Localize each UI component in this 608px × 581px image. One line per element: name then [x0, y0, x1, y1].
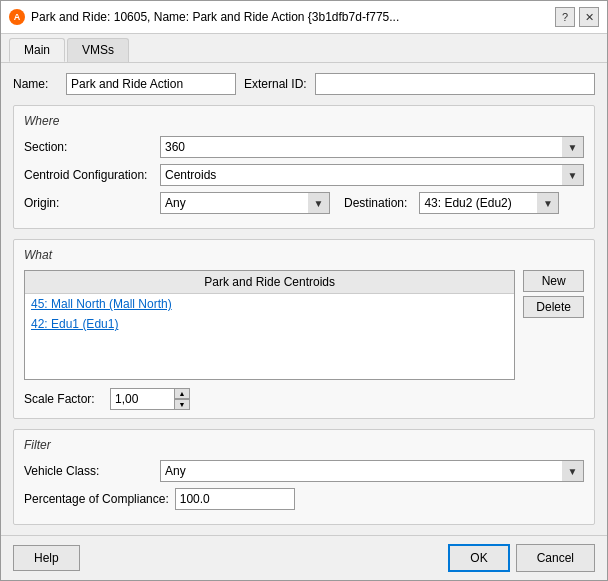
origin-label: Origin:: [24, 196, 154, 210]
spin-buttons: ▲ ▼: [174, 388, 190, 410]
section-label: Section:: [24, 140, 154, 154]
scale-label: Scale Factor:: [24, 392, 104, 406]
vehicle-row: Vehicle Class: Any ▼: [24, 460, 584, 482]
app-icon: A: [9, 9, 25, 25]
main-window: A Park and Ride: 10605, Name: Park and R…: [0, 0, 608, 581]
ok-button[interactable]: OK: [448, 544, 509, 572]
window-controls: ? ✕: [555, 7, 599, 27]
where-title: Where: [24, 114, 584, 128]
origin-select-wrapper: Any ▼: [160, 192, 330, 214]
name-label: Name:: [13, 77, 58, 91]
tab-main[interactable]: Main: [9, 38, 65, 62]
list-header: Park and Ride Centroids: [25, 271, 514, 294]
footer: Help OK Cancel: [1, 535, 607, 580]
where-section: Where Section: 360 ▼ Centroid Configurat…: [13, 105, 595, 229]
section-select-wrapper: 360 ▼: [160, 136, 584, 158]
compliance-row: Percentage of Compliance:: [24, 488, 584, 510]
tab-bar: Main VMSs: [1, 34, 607, 63]
help-button[interactable]: ?: [555, 7, 575, 27]
close-button[interactable]: ✕: [579, 7, 599, 27]
what-section: What Park and Ride Centroids 45: Mall No…: [13, 239, 595, 419]
list-items: 45: Mall North (Mall North) 42: Edu1 (Ed…: [25, 294, 514, 379]
destination-select-wrapper: 43: Edu2 (Edu2) ▼: [419, 192, 559, 214]
centroid-row: Centroid Configuration: Centroids ▼: [24, 164, 584, 186]
scale-row: Scale Factor: ▲ ▼: [24, 388, 584, 410]
spin-up-button[interactable]: ▲: [174, 388, 190, 399]
name-row: Name: External ID:: [13, 73, 595, 95]
vehicle-label: Vehicle Class:: [24, 464, 154, 478]
centroids-list-box: Park and Ride Centroids 45: Mall North (…: [24, 270, 515, 380]
cancel-button[interactable]: Cancel: [516, 544, 595, 572]
help-footer-button[interactable]: Help: [13, 545, 80, 571]
origin-dest-row: Origin: Any ▼ Destination: 43: Edu2 (Edu…: [24, 192, 584, 214]
main-content: Name: External ID: Where Section: 360 ▼ …: [1, 63, 607, 535]
new-button[interactable]: New: [523, 270, 584, 292]
section-row: Section: 360 ▼: [24, 136, 584, 158]
window-title: Park and Ride: 10605, Name: Park and Rid…: [31, 10, 549, 24]
filter-title: Filter: [24, 438, 584, 452]
vehicle-select-wrapper: Any ▼: [160, 460, 584, 482]
filter-section: Filter Vehicle Class: Any ▼ Percentage o…: [13, 429, 595, 525]
external-id-input[interactable]: [315, 73, 595, 95]
footer-right: OK Cancel: [448, 544, 595, 572]
what-title: What: [24, 248, 584, 262]
tab-vmss[interactable]: VMSs: [67, 38, 129, 62]
destination-label: Destination:: [344, 196, 407, 210]
item-link-mall[interactable]: 45: Mall North (Mall North): [31, 297, 172, 311]
list-item[interactable]: 45: Mall North (Mall North): [25, 294, 514, 314]
title-bar: A Park and Ride: 10605, Name: Park and R…: [1, 1, 607, 34]
what-content: Park and Ride Centroids 45: Mall North (…: [24, 270, 584, 380]
item-link-edu1[interactable]: 42: Edu1 (Edu1): [31, 317, 118, 331]
centroid-label: Centroid Configuration:: [24, 168, 154, 182]
delete-button[interactable]: Delete: [523, 296, 584, 318]
scale-input-wrapper: ▲ ▼: [110, 388, 190, 410]
spin-down-button[interactable]: ▼: [174, 399, 190, 410]
list-item[interactable]: 42: Edu1 (Edu1): [25, 314, 514, 334]
destination-select[interactable]: 43: Edu2 (Edu2): [419, 192, 559, 214]
section-select[interactable]: 360: [160, 136, 584, 158]
centroid-select[interactable]: Centroids: [160, 164, 584, 186]
compliance-label: Percentage of Compliance:: [24, 492, 169, 506]
vehicle-select[interactable]: Any: [160, 460, 584, 482]
origin-select[interactable]: Any: [160, 192, 330, 214]
centroid-select-wrapper: Centroids ▼: [160, 164, 584, 186]
name-input[interactable]: [66, 73, 236, 95]
external-id-label: External ID:: [244, 77, 307, 91]
compliance-input[interactable]: [175, 488, 295, 510]
list-buttons: New Delete: [523, 270, 584, 318]
